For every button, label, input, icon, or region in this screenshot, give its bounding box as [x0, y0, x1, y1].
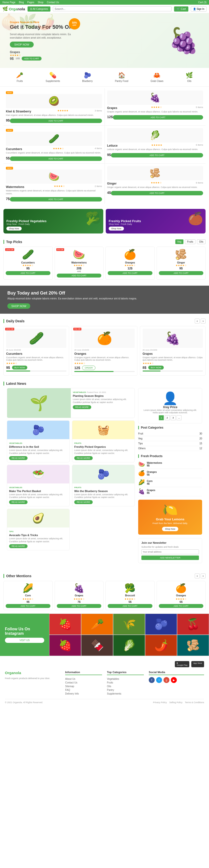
- mention-oranges-btn[interactable]: ADD TO CART: [159, 604, 204, 608]
- page-1[interactable]: 1: [159, 415, 164, 420]
- cat-grabclaws[interactable]: 🦀 Grab Claws: [150, 72, 163, 83]
- cat-fruits[interactable]: 🥕 Fruits: [16, 72, 23, 83]
- product-kiwi: NEW 🥝 Kiwi & Strawberry ★★★★★ 3 Items Ki…: [3, 88, 104, 126]
- deal-grapes-btn[interactable]: BUY NOW: [148, 366, 164, 370]
- newsletter-submit-btn[interactable]: ADD NEWSLETTER: [141, 556, 199, 560]
- cart-button[interactable]: 🛒 Cart: [174, 6, 188, 11]
- nav-blog[interactable]: Blog: [19, 1, 24, 4]
- cucumbers-add-cart[interactable]: ADD TO CART: [10, 156, 102, 161]
- lettuce-add-cart[interactable]: ADD TO CART: [111, 153, 203, 157]
- facebook-icon[interactable]: f: [149, 677, 155, 683]
- news-planting-readmore[interactable]: READ MORE: [73, 405, 91, 409]
- footer-link-sitemap[interactable]: Sitemap: [65, 684, 102, 688]
- banner-fruit-btn[interactable]: Shop Now: [109, 226, 124, 230]
- nav-pages[interactable]: Pages: [27, 1, 34, 4]
- hero-shop-btn[interactable]: SHOP NOW: [10, 41, 34, 48]
- footer-link-contact[interactable]: Contact Us: [65, 681, 102, 684]
- twitter-icon[interactable]: t: [156, 677, 162, 683]
- insta-visit-btn[interactable]: VISIT US: [5, 638, 44, 643]
- mention-broccoli-btn[interactable]: ADD TO CART: [108, 604, 152, 608]
- page-more[interactable]: ...: [177, 415, 181, 420]
- promo-btn[interactable]: SHOP NOW: [7, 303, 30, 309]
- mention-broccoli-stars: ★★★★☆: [108, 598, 152, 600]
- mentions-prev-btn[interactable]: ‹: [195, 574, 200, 579]
- footer-link-oils[interactable]: Oils: [107, 684, 144, 688]
- kiwi-add-cart[interactable]: ADD TO CART: [10, 119, 102, 123]
- newsletter-email[interactable]: [141, 549, 199, 554]
- news-blueberry-readmore[interactable]: READ MORE: [74, 500, 93, 504]
- banner-fruit-icon: 🍊: [188, 211, 203, 226]
- top-picks-tab-veg[interactable]: Veg: [175, 239, 183, 244]
- banner-veg-btn[interactable]: Shop Now: [6, 226, 22, 230]
- search-input[interactable]: [53, 6, 172, 11]
- news-avocado-readmore[interactable]: READ MORE: [9, 544, 28, 548]
- insta-photo-4[interactable]: 🍒: [177, 614, 209, 635]
- youtube-icon[interactable]: ▶: [171, 677, 177, 683]
- all-categories-btn[interactable]: ☰ All Categories: [28, 6, 51, 11]
- pick-oranges-btn[interactable]: ADD TO CART: [108, 271, 152, 275]
- footer-link-veg[interactable]: Vegetables: [107, 677, 144, 681]
- ginger-add-cart[interactable]: ADD TO CART: [111, 191, 203, 195]
- top-picks-tab-oils[interactable]: Oils: [197, 239, 206, 244]
- deal-cucumbers-btn[interactable]: BUY NOW: [12, 366, 28, 370]
- nav-shop[interactable]: Shop: [38, 1, 43, 4]
- footer-privacy[interactable]: Privacy Policy: [153, 701, 167, 704]
- footer-selling[interactable]: Selling Policy: [169, 701, 182, 704]
- footer-link-delivery[interactable]: Delivery Info: [65, 692, 102, 695]
- page-2[interactable]: 2: [165, 415, 170, 420]
- cat-oils[interactable]: 🌿 Oils: [186, 72, 193, 83]
- news-organics-category: Fruits: [74, 442, 81, 444]
- fresh-oranges-price: 5$: [147, 473, 157, 476]
- insta-photo-1[interactable]: 🥕: [81, 614, 113, 635]
- googleplus-icon[interactable]: g: [164, 677, 169, 683]
- author-avatar: 👤: [141, 391, 199, 405]
- footer-link-supplements[interactable]: Supplements: [107, 692, 144, 695]
- cat-blueberry[interactable]: 🫐 Blueberry: [82, 72, 93, 83]
- deal-grapes-progress: [143, 371, 161, 372]
- footer-terms[interactable]: Terms & Conditions: [185, 701, 204, 704]
- grapes-add-cart[interactable]: ADD TO CART: [113, 115, 203, 120]
- news-organics-readmore[interactable]: READ MORE: [74, 456, 93, 460]
- page-3[interactable]: 3: [171, 415, 176, 420]
- pick-badge-0: 10% Off: [5, 248, 14, 251]
- app-store-badge[interactable]: App Store: [191, 661, 204, 667]
- newsletter-text: Subscribe for updates and fresh deals: [141, 546, 199, 548]
- nav-home[interactable]: Home Page: [2, 1, 15, 4]
- news-soil-readmore[interactable]: READ MORE: [9, 456, 28, 460]
- signin-button[interactable]: 👤 Sign In: [191, 6, 207, 11]
- insta-photo-6[interactable]: 🍫: [81, 635, 113, 656]
- insta-photo-3[interactable]: 🫐: [145, 614, 177, 635]
- insta-photo-5[interactable]: 🍓: [49, 635, 81, 656]
- news-basket-readmore[interactable]: READ MORE: [9, 500, 28, 504]
- footer-link-about[interactable]: About Us: [65, 677, 102, 681]
- grabclaws-icon: 🦀: [153, 72, 161, 79]
- deal-oranges-order-btn[interactable]: ORDER: [82, 366, 96, 370]
- mention-oranges-stars: ★★★★☆: [159, 598, 204, 600]
- watermelons-add-cart[interactable]: ADD TO CART: [10, 197, 102, 202]
- pick-ginger-btn[interactable]: ADD TO CART: [159, 271, 204, 275]
- pick-watermelons-btn[interactable]: ADD TO CART: [57, 274, 102, 278]
- insta-photo-8[interactable]: 🌶️: [145, 635, 177, 656]
- insta-photo-0[interactable]: 🍓: [49, 614, 81, 635]
- footer-link-faq[interactable]: FAQ: [65, 688, 102, 692]
- deal-cucumbers-name: Cucumbers: [6, 352, 66, 355]
- insta-photo-2[interactable]: 🌾: [113, 614, 145, 635]
- kiwi-name: Kiwi & Strawberry: [6, 110, 31, 113]
- cat-supplements[interactable]: 💊 Supplements: [46, 72, 60, 83]
- deals-next-btn[interactable]: ›: [201, 319, 206, 323]
- hero-add-cart[interactable]: ADD TO CART: [22, 57, 41, 61]
- deals-prev-btn[interactable]: ‹: [195, 319, 200, 323]
- top-picks-tab-fruits[interactable]: Fruits: [185, 239, 196, 244]
- insta-photo-9[interactable]: 🫚: [177, 635, 209, 656]
- mention-corn-btn[interactable]: ADD TO CART: [6, 604, 50, 608]
- pick-cucumbers-btn[interactable]: ADD TO CART: [6, 271, 50, 275]
- cat-pantry[interactable]: 🏠 Pantry Food: [115, 72, 128, 83]
- nav-contact[interactable]: Contact Us: [47, 1, 59, 4]
- footer-link-fruits[interactable]: Fruits: [107, 681, 144, 684]
- grab-lemons-btn[interactable]: Shop Now: [162, 527, 178, 531]
- mention-grapes-btn[interactable]: ADD TO CART: [57, 604, 102, 608]
- google-play-badge[interactable]: ▶ Google Play: [175, 661, 189, 667]
- insta-photo-7[interactable]: 🥬: [113, 635, 145, 656]
- mentions-next-btn[interactable]: ›: [201, 574, 206, 579]
- footer-link-pantry[interactable]: Pantry: [107, 688, 144, 692]
